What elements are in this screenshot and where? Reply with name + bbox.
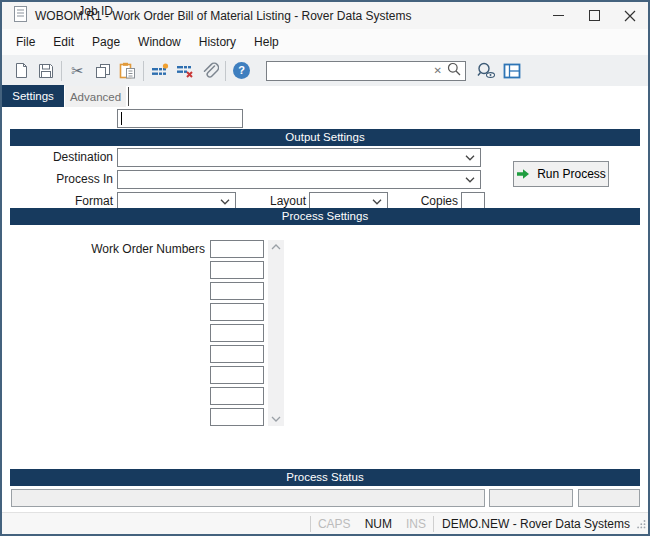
process-status-header: Process Status [10, 469, 640, 486]
delete-rows-button[interactable] [172, 58, 197, 83]
work-order-input[interactable] [210, 324, 264, 342]
find-record-icon [477, 62, 496, 79]
attach-button[interactable] [197, 58, 222, 83]
paperclip-icon [201, 62, 219, 80]
menu-edit[interactable]: Edit [44, 31, 83, 53]
cut-icon: ✂ [71, 62, 84, 80]
work-order-input[interactable] [210, 387, 264, 405]
caps-indicator: CAPS [311, 517, 358, 531]
work-order-input[interactable] [210, 282, 264, 300]
destination-select[interactable] [117, 148, 481, 167]
resize-grip-icon[interactable] [636, 518, 646, 532]
tab-settings[interactable]: Settings [2, 85, 64, 107]
paste-button[interactable] [115, 58, 140, 83]
menu-bar: File Edit Page Window History Help [2, 29, 648, 55]
add-rows-button[interactable] [147, 58, 172, 83]
maximize-button[interactable] [576, 2, 612, 29]
job-id-input[interactable] [117, 109, 243, 128]
process-settings-header: Process Settings [10, 208, 640, 225]
work-order-input[interactable] [210, 345, 264, 363]
process-in-select[interactable] [117, 170, 481, 189]
table-view-icon [503, 63, 521, 79]
add-rows-icon [151, 63, 169, 79]
chevron-down-icon [372, 199, 382, 205]
output-settings-header: Output Settings [10, 129, 640, 146]
work-order-numbers-label: Work Order Numbers [2, 240, 205, 258]
copy-icon [95, 63, 111, 79]
help-icon: ? [233, 62, 250, 79]
maximize-icon [589, 10, 600, 21]
window-controls [540, 2, 648, 29]
menu-window[interactable]: Window [129, 31, 190, 53]
chevron-down-icon [465, 177, 475, 183]
tab-divider [128, 87, 129, 106]
search-icon[interactable] [447, 62, 461, 79]
close-button[interactable] [612, 2, 648, 29]
help-button[interactable]: ? [229, 58, 254, 83]
toolbar-separator [225, 61, 226, 81]
delete-rows-icon [176, 63, 194, 79]
work-order-scrollbar[interactable] [268, 240, 284, 426]
run-process-label: Run Process [537, 167, 606, 181]
toolbar-separator [61, 61, 62, 81]
environment-label: DEMO.NEW - Rover Data Systems [442, 517, 630, 531]
new-document-icon [13, 62, 29, 79]
search-input[interactable] [273, 64, 429, 78]
text-caret [121, 112, 122, 125]
new-document-button[interactable] [8, 58, 33, 83]
find-record-button[interactable] [474, 58, 499, 83]
toolbar-separator [143, 61, 144, 81]
statusbar-separator [433, 516, 434, 532]
scroll-down-icon[interactable] [271, 416, 281, 422]
minimize-icon [553, 10, 564, 21]
app-window: WOBOM.R1 - Work Order Bill of Material L… [0, 0, 650, 536]
toolbar-search: ✕ [266, 61, 466, 81]
menu-help[interactable]: Help [245, 31, 288, 53]
run-process-button[interactable]: Run Process [513, 161, 609, 187]
menu-history[interactable]: History [190, 31, 245, 53]
work-order-input[interactable] [210, 303, 264, 321]
toolbar: ✂ [2, 55, 648, 86]
job-id-label: Job ID [2, 2, 113, 21]
work-order-input[interactable] [210, 366, 264, 384]
chevron-down-icon [220, 199, 230, 205]
process-status-field [578, 489, 640, 507]
close-icon [624, 10, 636, 22]
destination-label: Destination [2, 148, 113, 167]
work-order-input[interactable] [210, 408, 264, 426]
cut-button[interactable]: ✂ [65, 58, 90, 83]
scroll-up-icon[interactable] [271, 244, 281, 250]
num-indicator: NUM [358, 517, 399, 531]
process-in-label: Process In [2, 170, 113, 189]
save-button[interactable] [33, 58, 58, 83]
paste-icon [119, 62, 136, 79]
run-arrow-icon [516, 168, 530, 180]
process-status-field [11, 489, 485, 507]
chevron-down-icon [465, 155, 475, 161]
work-order-input[interactable] [210, 240, 264, 258]
ins-indicator: INS [399, 517, 433, 531]
save-icon [38, 63, 54, 79]
table-view-button[interactable] [499, 58, 524, 83]
menu-page[interactable]: Page [83, 31, 129, 53]
menu-file[interactable]: File [7, 31, 44, 53]
tab-advanced[interactable]: Advanced [65, 86, 126, 107]
status-bar: CAPS NUM INS DEMO.NEW - Rover Data Syste… [2, 512, 648, 534]
copy-button[interactable] [90, 58, 115, 83]
work-order-input[interactable] [210, 261, 264, 279]
process-status-field [489, 489, 573, 507]
search-clear-icon[interactable]: ✕ [429, 65, 447, 76]
minimize-button[interactable] [540, 2, 576, 29]
